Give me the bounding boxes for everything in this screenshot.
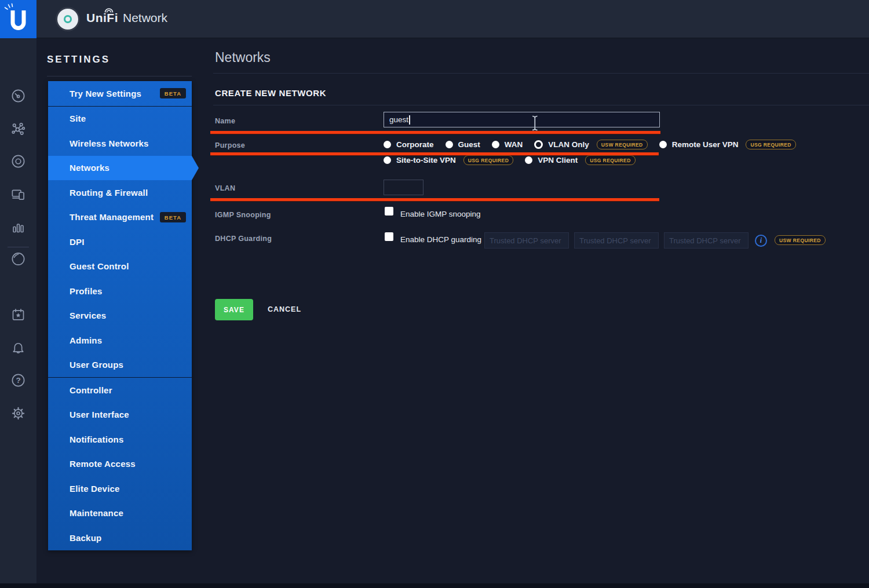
divider	[213, 73, 869, 74]
events-icon[interactable]	[10, 307, 26, 323]
purpose-option-wan: WAN	[492, 140, 523, 149]
beta-badge: BETA	[160, 212, 186, 222]
selected-arrow	[192, 156, 199, 180]
bottom-strip	[0, 583, 869, 588]
usg-required-badge: USG REQUIRED	[746, 140, 795, 149]
trusted-dhcp-server-input-3[interactable]	[664, 232, 748, 249]
dhcp-guarding-label: DHCP Guarding	[215, 235, 272, 243]
dhcp-guarding-option-label: Enable DHCP guarding	[400, 235, 481, 244]
name-value: guest	[389, 115, 408, 124]
annotation-line-name	[210, 131, 660, 134]
sidebar-item-elite-device[interactable]: Elite Device	[48, 476, 192, 501]
dashboard-icon[interactable]	[10, 88, 26, 104]
radio-guest[interactable]	[446, 141, 453, 148]
vlan-label: VLAN	[215, 184, 235, 192]
clients-icon[interactable]	[10, 186, 26, 202]
usg-required-badge: USG REQUIRED	[463, 155, 513, 165]
access-point-icon	[57, 9, 78, 30]
igmp-snooping-option-label: Enable IGMP snooping	[400, 210, 481, 218]
settings-icon[interactable]	[10, 406, 26, 421]
radio-wan[interactable]	[492, 141, 499, 148]
help-icon[interactable]: ?	[10, 372, 26, 388]
sidebar-item-try-new-settings[interactable]: Try New Settings BETA	[48, 81, 192, 106]
igmp-snooping-label: IGMP Snooping	[215, 211, 271, 219]
purpose-option-corporate: Corporate	[384, 140, 434, 149]
sidebar-item-site[interactable]: Site	[48, 107, 192, 132]
sidebar-item-guest-control[interactable]: Guest Control	[48, 254, 192, 279]
igmp-snooping-checkbox[interactable]	[385, 207, 393, 216]
purpose-option-vpn-client: VPN Client USG REQUIRED	[525, 155, 635, 165]
text-caret	[409, 115, 410, 125]
sidebar-item-remote-access[interactable]: Remote Access	[48, 452, 192, 477]
name-label: Name	[215, 117, 235, 125]
trusted-dhcp-inputs	[484, 232, 748, 249]
unifi-network-app: UniFiNetwork ?	[0, 0, 869, 588]
annotation-line-purpose	[210, 152, 659, 155]
sidebar-item-services[interactable]: Services	[48, 304, 192, 328]
sidebar-item-notifications[interactable]: Notifications	[48, 427, 192, 452]
save-button[interactable]: SAVE	[215, 299, 253, 320]
beta-badge: BETA	[160, 88, 186, 98]
settings-underline	[47, 76, 192, 76]
rail-divider	[8, 247, 29, 247]
app-header: UniFiNetwork	[0, 0, 869, 38]
icon-rail: ?	[0, 38, 36, 588]
sidebar-item-user-interface[interactable]: User Interface	[48, 403, 192, 428]
radio-vpn-client[interactable]	[525, 156, 532, 164]
sidebar-item-maintenance[interactable]: Maintenance	[48, 501, 192, 526]
svg-text:?: ?	[16, 376, 20, 385]
annotation-line-vlan	[210, 198, 659, 201]
section-title: CREATE NEW NETWORK	[215, 88, 326, 98]
purpose-options-row1: Corporate Guest WAN VLAN Only USW REQUIR…	[384, 140, 796, 149]
trusted-dhcp-server-input-2[interactable]	[574, 232, 659, 249]
dhcp-guarding-checkbox[interactable]	[385, 232, 393, 241]
settings-heading: SETTINGS	[47, 54, 110, 65]
sidebar-item-backup[interactable]: Backup	[48, 525, 192, 550]
alerts-icon[interactable]	[10, 339, 26, 355]
radio-vlan-only-selected[interactable]	[534, 140, 543, 149]
purpose-option-guest: Guest	[446, 140, 480, 149]
purpose-label: Purpose	[215, 141, 245, 149]
purpose-option-vlan-only: VLAN Only USW REQUIRED	[534, 140, 647, 149]
usg-required-badge: USG REQUIRED	[585, 155, 635, 165]
radio-corporate[interactable]	[384, 141, 391, 148]
sidebar-item-dpi[interactable]: DPI	[48, 229, 192, 254]
sidebar-item-wireless-networks[interactable]: Wireless Networks	[48, 131, 192, 156]
brand-unifi: UniFi	[86, 11, 118, 24]
divider	[213, 105, 869, 105]
radio-site-to-site-vpn[interactable]	[384, 156, 391, 164]
name-input[interactable]: guest	[384, 112, 660, 127]
ubiquiti-logo[interactable]	[0, 0, 36, 38]
purpose-option-site-to-site-vpn: Site-to-Site VPN USG REQUIRED	[384, 155, 513, 165]
cancel-button[interactable]: CANCEL	[268, 305, 301, 313]
info-icon[interactable]: i	[755, 235, 767, 247]
usw-required-badge: USW REQUIRED	[597, 140, 648, 149]
sidebar-item-user-groups[interactable]: User Groups	[48, 353, 192, 378]
radio-remote-user-vpn[interactable]	[659, 141, 667, 148]
purpose-options-row2: Site-to-Site VPN USG REQUIRED VPN Client…	[384, 155, 636, 165]
trusted-dhcp-server-input-1[interactable]	[484, 232, 569, 249]
wifi-arcs-icon	[104, 7, 114, 13]
statistics-icon[interactable]	[10, 219, 26, 235]
settings-menu: Try New Settings BETA Site Wireless Netw…	[48, 81, 192, 550]
map-icon[interactable]	[10, 251, 26, 266]
vlan-input[interactable]	[384, 180, 423, 195]
sidebar-item-profiles[interactable]: Profiles	[48, 279, 192, 304]
usw-required-badge: USW REQUIRED	[775, 235, 826, 245]
page-title: Networks	[215, 50, 271, 65]
product-title: UniFiNetwork	[86, 11, 167, 25]
brand-network: Network	[123, 11, 167, 24]
devices-icon[interactable]	[10, 154, 26, 169]
sidebar-item-controller[interactable]: Controller	[48, 378, 192, 403]
purpose-option-remote-user-vpn: Remote User VPN USG REQUIRED	[659, 140, 796, 149]
topology-icon[interactable]	[10, 121, 26, 137]
sidebar-item-admins[interactable]: Admins	[48, 328, 192, 353]
sidebar-item-routing-firewall[interactable]: Routing & Firewall	[48, 180, 192, 205]
sidebar-item-networks[interactable]: Networks	[48, 156, 192, 181]
sidebar-item-threat-management[interactable]: Threat Management BETA	[48, 205, 192, 230]
